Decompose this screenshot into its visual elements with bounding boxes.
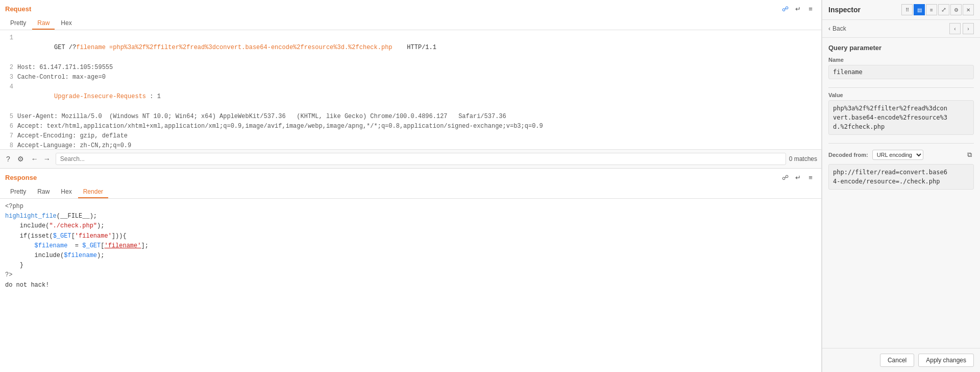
request-content: 1 GET /?filename =php%3a%2f%2ffilter%2fr… — [0, 30, 821, 149]
nav-forward-icon[interactable]: › — [963, 23, 974, 34]
tab-response-raw[interactable]: Raw — [32, 186, 55, 198]
menu-icon[interactable]: ≡ — [805, 3, 816, 14]
back-label: Back — [832, 25, 846, 32]
name-value: filename — [828, 65, 974, 79]
php-line-8: ?> — [5, 270, 816, 280]
apply-changes-button[interactable]: Apply changes — [918, 354, 974, 367]
response-message-icon[interactable]: ☍ — [779, 172, 791, 183]
php-line-6: include($filename); — [5, 251, 816, 261]
php-line-4: if(isset($_GET['filename'])){ — [5, 231, 816, 241]
help-icon-btn[interactable]: ? — [4, 154, 12, 164]
response-title: Response — [5, 174, 37, 181]
inspector-header: Inspector ⠿ ▤ ≡ ⤢ ⚙ ✕ — [822, 0, 980, 20]
search-nav: ← → — [29, 154, 53, 164]
back-button[interactable]: ‹ Back — [828, 25, 846, 32]
encoding-select[interactable]: URL encoding Base64 Hex — [872, 150, 923, 160]
matches-count: 0 matches — [789, 155, 817, 162]
divider — [828, 87, 974, 88]
request-header: Request ☍ ↵ ≡ — [0, 0, 821, 17]
inspector-panel: Inspector ⠿ ▤ ≡ ⤢ ⚙ ✕ ‹ Back ‹ › Query p… — [822, 0, 980, 372]
inspector-title: Inspector — [828, 6, 861, 14]
response-header-icons: ☍ ↵ ≡ — [779, 172, 816, 183]
tab-pretty[interactable]: Pretty — [5, 17, 31, 30]
request-line-7: 7 Accept-Encoding: gzip, deflate — [5, 131, 816, 141]
nav-back-icon[interactable]: ‹ — [949, 23, 961, 34]
php-line-2: highlight_file(__FILE__); — [5, 212, 816, 221]
request-line-8: 8 Accept-Language: zh-CN,zh;q=0.9 — [5, 141, 816, 149]
prev-match-btn[interactable]: ← — [29, 154, 40, 164]
request-line-6: 6 Accept: text/html,application/xhtml+xm… — [5, 122, 816, 131]
decoded-header: Decoded from: URL encoding Base64 Hex ⧉ — [828, 150, 974, 160]
response-content: <?php highlight_file(__FILE__); include(… — [0, 199, 821, 372]
tab-response-render[interactable]: Render — [78, 186, 108, 198]
request-header-icons: ☍ ↵ ≡ — [779, 3, 816, 14]
tab-response-hex[interactable]: Hex — [56, 186, 77, 198]
next-match-btn[interactable]: → — [41, 154, 53, 164]
divider2 — [828, 143, 974, 144]
inspector-grid-icon[interactable]: ⠿ — [901, 4, 913, 15]
message-icon[interactable]: ☍ — [779, 3, 791, 14]
copy-decoded-btn[interactable]: ⧉ — [965, 150, 974, 160]
response-header: Response ☍ ↵ ≡ — [0, 169, 821, 186]
php-line-1: <?php — [5, 202, 816, 212]
inspector-panel-icon[interactable]: ▤ — [914, 4, 925, 15]
response-tabs: Pretty Raw Hex Render — [0, 186, 821, 199]
settings-icon-btn[interactable]: ⚙ — [15, 154, 26, 164]
inspector-header-icons: ⠿ ▤ ≡ ⤢ ⚙ ✕ — [901, 4, 974, 15]
request-line-3: 3 Cache-Control: max-age=0 — [5, 73, 816, 82]
php-line-5: $filename = $_GET['filename']; — [5, 241, 816, 251]
tab-raw[interactable]: Raw — [32, 17, 55, 30]
inspector-body: Query parameter Name filename Value php%… — [822, 38, 980, 348]
value-content: php%3a%2f%2ffilter%2fread%3dconvert.base… — [828, 100, 974, 135]
php-line-3: include("./check.php"); — [5, 221, 816, 231]
request-tabs: Pretty Raw Hex — [0, 17, 821, 30]
request-line-2: 2 Host: 61.147.171.105:59555 — [5, 63, 816, 73]
inspector-settings-icon[interactable]: ⚙ — [950, 4, 962, 15]
back-chevron-icon: ‹ — [828, 25, 830, 32]
search-bar: ? ⚙ ← → 0 matches — [0, 149, 821, 168]
tab-response-pretty[interactable]: Pretty — [5, 186, 31, 198]
inspector-expand-icon[interactable]: ⤢ — [938, 4, 949, 15]
request-line-5: 5 User-Agent: Mozilla/5.0 (Windows NT 10… — [5, 112, 816, 122]
query-param-section: Query parameter Name filename — [828, 44, 974, 79]
php-line-9: do not hack! — [5, 281, 816, 290]
value-section: Value php%3a%2f%2ffilter%2fread%3dconver… — [828, 92, 974, 135]
value-label: Value — [828, 92, 974, 98]
inspector-nav: ‹ Back ‹ › — [822, 20, 980, 38]
request-section: Request ☍ ↵ ≡ Pretty Raw Hex 1 GET /?fil… — [0, 0, 821, 169]
request-title: Request — [5, 5, 31, 13]
response-menu-icon[interactable]: ≡ — [805, 172, 816, 183]
tab-hex[interactable]: Hex — [56, 17, 77, 30]
inspector-footer: Cancel Apply changes — [822, 348, 980, 372]
cancel-button[interactable]: Cancel — [880, 354, 914, 367]
php-line-7: } — [5, 261, 816, 270]
section-heading: Query parameter — [828, 44, 974, 52]
inspector-align-icon[interactable]: ≡ — [926, 4, 937, 15]
response-section: Response ☍ ↵ ≡ Pretty Raw Hex Render <?p… — [0, 169, 821, 372]
decoded-section: Decoded from: URL encoding Base64 Hex ⧉ … — [828, 150, 974, 190]
inspector-close-icon[interactable]: ✕ — [963, 4, 974, 15]
request-line-4: 4 Upgrade-Insecure-Requests : 1 — [5, 82, 816, 112]
name-label: Name — [828, 57, 974, 63]
newline-icon[interactable]: ↵ — [792, 3, 803, 14]
response-newline-icon[interactable]: ↵ — [792, 172, 803, 183]
decoded-from-label: Decoded from: — [828, 152, 868, 158]
request-line-1: 1 GET /?filename =php%3a%2f%2ffilter%2fr… — [5, 33, 816, 63]
search-input[interactable] — [56, 153, 786, 165]
decoded-value: php://filter/read=convert.base64-encode/… — [828, 164, 974, 190]
left-panel: Request ☍ ↵ ≡ Pretty Raw Hex 1 GET /?fil… — [0, 0, 822, 372]
